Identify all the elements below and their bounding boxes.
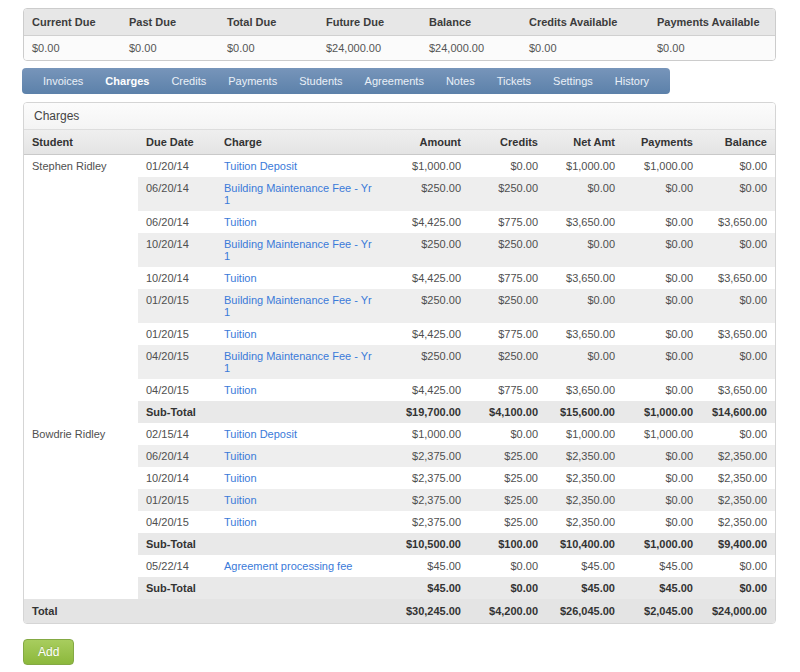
charge-link[interactable]: Tuition xyxy=(224,516,257,528)
payments-cell: $0.00 xyxy=(623,345,701,379)
subtotal-credits: $4,100.00 xyxy=(469,401,546,423)
tab-students[interactable]: Students xyxy=(288,69,353,93)
net-amt-cell: $2,350.00 xyxy=(546,445,623,467)
charge-link[interactable]: Building Maintenance Fee - Yr 1 xyxy=(224,294,372,318)
balance-cell: $2,350.00 xyxy=(701,445,775,467)
payments-cell: $0.00 xyxy=(623,511,701,533)
net-amt-cell: $0.00 xyxy=(546,289,623,323)
subtotal-label: Sub-Total xyxy=(138,401,216,423)
tab-payments[interactable]: Payments xyxy=(217,69,288,93)
student-name xyxy=(24,555,138,599)
net-amt-cell: $45.00 xyxy=(546,555,623,577)
charge-link[interactable]: Building Maintenance Fee - Yr 1 xyxy=(224,238,372,262)
credits-cell: $250.00 xyxy=(469,345,546,379)
amount-cell: $250.00 xyxy=(385,177,469,211)
amount-cell: $4,425.00 xyxy=(385,323,469,345)
credits-cell: $25.00 xyxy=(469,489,546,511)
subtotal-payments: $1,000.00 xyxy=(623,401,701,423)
charge-link[interactable]: Building Maintenance Fee - Yr 1 xyxy=(224,350,372,374)
credits-cell: $25.00 xyxy=(469,445,546,467)
total-spacer xyxy=(138,599,216,623)
tab-tickets[interactable]: Tickets xyxy=(486,69,542,93)
charge-link[interactable]: Tuition xyxy=(224,450,257,462)
balance-cell: $3,650.00 xyxy=(701,379,775,401)
charges-panel-title: Charges xyxy=(24,103,775,130)
tab-settings[interactable]: Settings xyxy=(542,69,604,93)
tab-credits[interactable]: Credits xyxy=(160,69,217,93)
credits-cell: $250.00 xyxy=(469,289,546,323)
credits-cell: $0.00 xyxy=(469,423,546,445)
charge-link[interactable]: Agreement processing fee xyxy=(224,560,352,572)
charge-link[interactable]: Tuition xyxy=(224,384,257,396)
amount-cell: $2,375.00 xyxy=(385,489,469,511)
charge-cell: Tuition xyxy=(216,211,385,233)
balance-cell: $2,350.00 xyxy=(701,511,775,533)
net-amt-cell: $2,350.00 xyxy=(546,511,623,533)
charges-header-row: StudentDue DateChargeAmountCreditsNet Am… xyxy=(24,130,775,155)
tab-history[interactable]: History xyxy=(604,69,660,93)
due-date-cell: 02/15/14 xyxy=(138,423,216,445)
summary-column-label: Credits Available xyxy=(521,9,649,36)
summary-column-value: $0.00 xyxy=(121,36,219,60)
due-date-cell: 05/22/14 xyxy=(138,555,216,577)
total-amount: $30,245.00 xyxy=(385,599,469,623)
balance-cell: $0.00 xyxy=(701,555,775,577)
charge-link[interactable]: Tuition xyxy=(224,494,257,506)
charges-table: StudentDue DateChargeAmountCreditsNet Am… xyxy=(24,130,775,623)
amount-cell: $1,000.00 xyxy=(385,423,469,445)
net-amt-cell: $3,650.00 xyxy=(546,323,623,345)
tab-invoices[interactable]: Invoices xyxy=(32,69,94,93)
net-amt-cell: $0.00 xyxy=(546,233,623,267)
total-credits: $4,200.00 xyxy=(469,599,546,623)
payments-cell: $45.00 xyxy=(623,555,701,577)
summary-column-value: $24,000.00 xyxy=(318,36,421,60)
charge-link[interactable]: Tuition xyxy=(224,216,257,228)
amount-cell: $2,375.00 xyxy=(385,511,469,533)
tab-charges[interactable]: Charges xyxy=(94,69,160,93)
total-spacer xyxy=(216,599,385,623)
charges-column-header: Amount xyxy=(385,130,469,155)
amount-cell: $4,425.00 xyxy=(385,267,469,289)
due-date-cell: 04/20/15 xyxy=(138,345,216,379)
due-date-cell: 06/20/14 xyxy=(138,211,216,233)
charge-link[interactable]: Tuition xyxy=(224,272,257,284)
credits-cell: $0.00 xyxy=(469,555,546,577)
summary-column-label: Future Due xyxy=(318,9,421,36)
due-date-cell: 10/20/14 xyxy=(138,467,216,489)
subtotal-spacer xyxy=(216,577,385,599)
charge-cell: Tuition xyxy=(216,323,385,345)
summary-header-row: Current DuePast DueTotal DueFuture DueBa… xyxy=(24,9,775,36)
charge-link[interactable]: Tuition Deposit xyxy=(224,160,297,172)
summary-column-value: $0.00 xyxy=(24,36,121,60)
credits-cell: $775.00 xyxy=(469,379,546,401)
summary-column-label: Payments Available xyxy=(649,9,775,36)
tab-notes[interactable]: Notes xyxy=(435,69,486,93)
summary-column-value: $0.00 xyxy=(521,36,649,60)
total-payments: $2,045.00 xyxy=(623,599,701,623)
payments-cell: $0.00 xyxy=(623,489,701,511)
net-amt-cell: $3,650.00 xyxy=(546,379,623,401)
payments-cell: $0.00 xyxy=(623,467,701,489)
charge-link[interactable]: Tuition xyxy=(224,328,257,340)
charge-link[interactable]: Tuition xyxy=(224,472,257,484)
amount-cell: $4,425.00 xyxy=(385,211,469,233)
charge-cell: Building Maintenance Fee - Yr 1 xyxy=(216,345,385,379)
due-date-cell: 01/20/15 xyxy=(138,323,216,345)
add-charge-button[interactable]: Add xyxy=(23,639,74,665)
subtotal-net-amt: $10,400.00 xyxy=(546,533,623,555)
charge-link[interactable]: Building Maintenance Fee - Yr 1 xyxy=(224,182,372,206)
payments-cell: $1,000.00 xyxy=(623,423,701,445)
credits-cell: $250.00 xyxy=(469,233,546,267)
tab-agreements[interactable]: Agreements xyxy=(354,69,435,93)
charge-link[interactable]: Tuition Deposit xyxy=(224,428,297,440)
tab-bar: InvoicesChargesCreditsPaymentsStudentsAg… xyxy=(22,68,670,94)
account-page: Current DuePast DueTotal DueFuture DueBa… xyxy=(0,0,800,672)
balance-cell: $2,350.00 xyxy=(701,489,775,511)
subtotal-amount: $19,700.00 xyxy=(385,401,469,423)
net-amt-cell: $0.00 xyxy=(546,177,623,211)
summary-column-label: Past Due xyxy=(121,9,219,36)
due-date-cell: 01/20/14 xyxy=(138,155,216,178)
summary-column-label: Total Due xyxy=(219,9,318,36)
charges-column-header: Net Amt xyxy=(546,130,623,155)
subtotal-label: Sub-Total xyxy=(138,577,216,599)
